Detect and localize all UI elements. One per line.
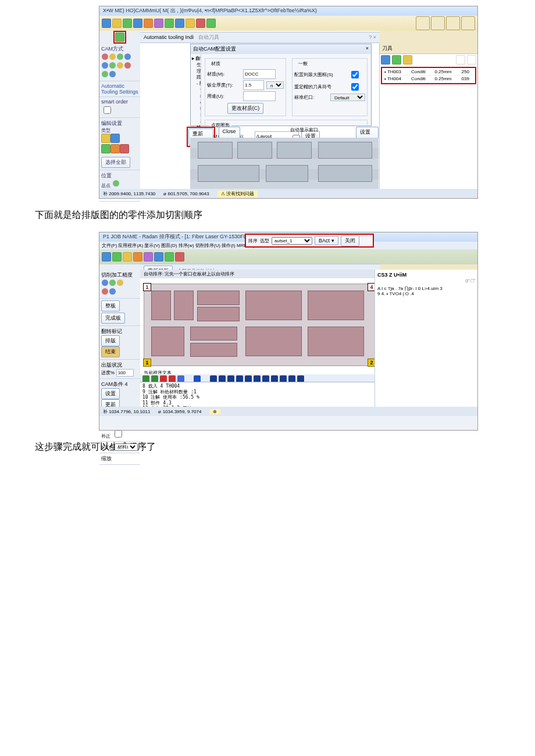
- thickness-unit[interactable]: mm: [266, 81, 284, 89]
- edit-settings-group: 编辑设置 类型 选择全部: [99, 118, 140, 170]
- tool-icon[interactable]: [123, 252, 132, 261]
- tool-icon[interactable]: [206, 19, 216, 28]
- tool-panel: 刀具 • TH003Conditi0.25mm250 • TH004Condit…: [379, 44, 477, 190]
- tool-icon[interactable]: [144, 19, 153, 28]
- tool-row[interactable]: • TH003Conditi0.25mm250: [383, 69, 475, 76]
- edit-icon[interactable]: [110, 144, 120, 153]
- ribbon-group-icon[interactable]: [446, 16, 460, 30]
- tool-icon[interactable]: [112, 19, 122, 28]
- material-input[interactable]: [243, 69, 276, 79]
- change-material-button[interactable]: 更改材质(C): [227, 103, 264, 114]
- tool-table[interactable]: • TH003Conditi0.25mm250 • TH004Conditi0.…: [383, 69, 475, 83]
- cam-config-dialog: 自动CAM配置设置× ▸ 自动CAM配置设置 生 理像点 路径设置 - 配研 切…: [190, 44, 372, 126]
- tool-icon[interactable]: [133, 19, 142, 28]
- mode-icon[interactable]: [117, 53, 123, 60]
- ribbon-group-icon[interactable]: [416, 16, 430, 30]
- tool-filter-icon[interactable]: [403, 55, 412, 65]
- tool-row[interactable]: • TH004Conditi0.25mm039: [383, 76, 475, 83]
- status-icon: ⊕: [209, 409, 220, 414]
- reuse-tool-checkbox[interactable]: [351, 83, 359, 91]
- mode-icon[interactable]: [102, 71, 108, 77]
- tool-filter-icon[interactable]: [467, 55, 476, 65]
- max-frame-checkbox[interactable]: [351, 71, 359, 78]
- nest-canvas[interactable]: 1 4 1 2: [144, 284, 375, 366]
- mode-icon[interactable]: [124, 53, 131, 60]
- mode-icon[interactable]: [109, 71, 116, 77]
- edit-icon[interactable]: [110, 134, 120, 143]
- edit-icon[interactable]: [101, 144, 110, 153]
- layout-canvas[interactable]: [190, 138, 379, 190]
- tool-icon[interactable]: [175, 19, 184, 28]
- tool-icon[interactable]: [102, 252, 111, 261]
- config-tree[interactable]: ▸ 自动CAM配置设置 生 理像点 路径设置 - 配研 切割形状和引割线 Hea…: [191, 54, 201, 127]
- mode-icon[interactable]: [109, 53, 116, 60]
- mode-icon[interactable]: [109, 62, 116, 69]
- highlighted-tool[interactable]: [113, 31, 126, 44]
- program-log[interactable]: 8 载入 4 TH004 9 注解 补给材料数量 :1 10 注解 使用率 :5…: [140, 382, 379, 407]
- sequence-floating-bar: 排序 选型 autset_1 BAct ▾ 关闭: [245, 234, 374, 248]
- mode-icon[interactable]: [102, 288, 108, 295]
- edit-icon[interactable]: [120, 144, 129, 153]
- mode-icon[interactable]: [102, 53, 108, 60]
- selection-readout: ⌀ 1034.3959, 9.7074: [158, 409, 201, 414]
- tool-panel-header: 刀具: [380, 44, 477, 54]
- standard-select[interactable]: Default: [330, 94, 365, 101]
- mode-icon[interactable]: [124, 62, 131, 69]
- end-button[interactable]: 结束: [101, 346, 120, 357]
- sequence-type-select[interactable]: autset_1: [272, 237, 312, 245]
- mode-icon[interactable]: [102, 62, 108, 69]
- tool-icon[interactable]: [102, 19, 111, 28]
- mode-icon[interactable]: [102, 280, 108, 286]
- cam-set-button[interactable]: 设置: [101, 388, 120, 399]
- finished-sheet-button[interactable]: 完成板: [101, 313, 125, 324]
- select-all-button[interactable]: 选择全部: [101, 157, 130, 168]
- tool-icon[interactable]: [112, 252, 122, 261]
- ribbon-group-icon[interactable]: [431, 16, 445, 30]
- mode-icon[interactable]: [117, 280, 123, 286]
- sequence-close-button[interactable]: 关闭: [341, 235, 359, 246]
- mode-icon[interactable]: [109, 280, 116, 286]
- progress-input[interactable]: [116, 369, 134, 377]
- thickness-input[interactable]: [243, 80, 264, 90]
- f-mode-select[interactable]: 材料EC ▾: [115, 443, 138, 451]
- tool-icon[interactable]: [154, 19, 163, 28]
- tool-icon[interactable]: [154, 252, 163, 261]
- full-sheet-button[interactable]: 整板: [101, 300, 120, 311]
- layout-button[interactable]: 排版: [101, 335, 120, 346]
- tool-icon[interactable]: [165, 19, 174, 28]
- mode-icon[interactable]: [109, 288, 116, 295]
- tool-icon[interactable]: [165, 252, 174, 261]
- mode-icon[interactable]: [117, 62, 123, 69]
- corner-marker-1: 1: [143, 283, 151, 291]
- tool-icon[interactable]: [175, 252, 184, 261]
- tool-filter-icon[interactable]: [456, 55, 465, 65]
- screenshot-1: X•W ME) HO)CAMMmU( M( 出 , )(mΦvu|4, •n<f…: [99, 6, 478, 199]
- auto-tooling-link[interactable]: Automatic Tooling Settings: [99, 81, 140, 97]
- bottom-bar: 补 1034.7796, 10.1011 ⌀ 1034.3959, 9.7074…: [99, 407, 477, 430]
- tool-icon[interactable]: [186, 19, 195, 28]
- comp-checkbox[interactable]: [115, 430, 122, 438]
- tool-icon[interactable]: [144, 252, 153, 261]
- add-icon[interactable]: [113, 180, 119, 187]
- tool-filter-icon[interactable]: [381, 55, 390, 65]
- smart-order-checkbox[interactable]: [104, 106, 111, 114]
- cam-mode-group: CAM方式: [99, 44, 140, 81]
- left-panel: 切削加工精度 整板完成板 翻转标记排版 结束 出版状况进度% CAM条件 4设置…: [99, 270, 141, 407]
- usage-input[interactable]: [243, 91, 276, 101]
- dialog-close-icon[interactable]: ×: [366, 45, 369, 53]
- smart-order-row: smart order: [99, 97, 140, 118]
- screenshot-2: P1 JOB NAME - Radan 排序模式 - [1: Fiber Las…: [99, 232, 478, 431]
- ribbon-group-icon[interactable]: [461, 16, 475, 30]
- sequence-option[interactable]: BAct ▾: [315, 236, 338, 245]
- right-panel: CS3 Z U•iiM σ'·□' A I c Tja . 7a ∏βr- I …: [374, 270, 477, 407]
- edit-icon[interactable]: [101, 134, 110, 143]
- tool-filter-icon[interactable]: [392, 55, 401, 65]
- main-area: 自动排序: 完先一个窗口在板材上以自动排序 1 4 1 2 当前程序文本 8 载…: [140, 270, 379, 407]
- tool-icon[interactable]: [133, 252, 142, 261]
- main-area: 自动CAM配置设置× ▸ 自动CAM配置设置 生 理像点 路径设置 - 配研 切…: [140, 44, 379, 190]
- tool-icon[interactable]: [123, 19, 132, 28]
- tab-auto-tooling[interactable]: Automatic tooling Indi: [144, 34, 194, 40]
- status-bar: 补 2009.9400, 1135.7430 ⌀ 601.5705, 700.9…: [99, 189, 477, 198]
- tool-icon[interactable]: [196, 19, 205, 28]
- dialog-title: 自动CAM配置设置: [193, 45, 236, 53]
